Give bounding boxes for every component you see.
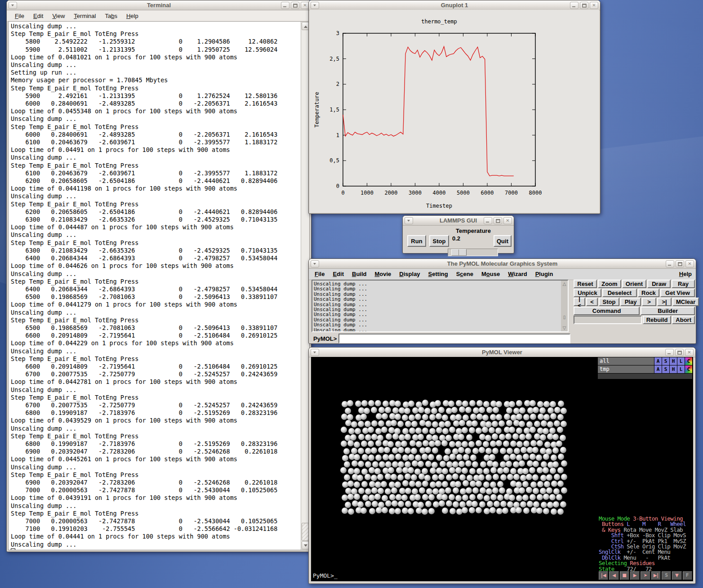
menu-help[interactable]: Help <box>122 11 143 21</box>
object-name[interactable]: tmp <box>598 365 654 373</box>
pymol-button-orient[interactable]: Orient <box>622 280 646 288</box>
vcr-btn-icon[interactable]: ■ <box>620 571 629 580</box>
pymol-button-ray[interactable]: Ray <box>672 280 695 288</box>
atom <box>348 428 355 434</box>
menu-edit[interactable]: Edit <box>29 11 48 21</box>
object-name[interactable]: all <box>598 357 654 365</box>
menu-movie[interactable]: Movie <box>370 269 395 280</box>
scrollbar-thumb[interactable]: ▯ <box>561 315 568 320</box>
object-c-button[interactable]: C <box>685 357 692 365</box>
gnuplot-titlebar[interactable]: Gnuplot 1 <box>309 0 600 10</box>
scroll-down-icon[interactable]: ▽ <box>561 325 568 330</box>
minimize-icon[interactable] <box>666 260 674 267</box>
pymol-titlebar[interactable]: The PyMOL Molecular Graphics System <box>309 259 696 269</box>
object-l-button[interactable]: L <box>677 365 685 373</box>
stop-button[interactable]: Stop <box>429 235 449 247</box>
atom <box>378 420 384 427</box>
scrollbar-thumb[interactable] <box>302 523 309 541</box>
temperature-slider[interactable] <box>448 249 498 256</box>
run-button[interactable]: Run <box>407 235 426 247</box>
menu-help[interactable]: Help <box>675 269 696 280</box>
pymol-button-btn[interactable]: > <box>642 298 656 306</box>
menu-mouse[interactable]: Mouse <box>477 269 504 280</box>
viewer-titlebar[interactable]: PyMOL Viewer <box>309 347 695 357</box>
terminal-titlebar[interactable]: Terminal <box>7 0 311 10</box>
lammps-gui-titlebar[interactable]: LAMMPS GUI <box>403 216 514 226</box>
pymol-button-deselect[interactable]: Deselect <box>602 289 637 297</box>
atom <box>522 481 529 487</box>
pymol-button-play[interactable]: Play <box>620 298 641 306</box>
menu-view[interactable]: View <box>48 11 69 21</box>
maximize-icon[interactable] <box>676 260 684 267</box>
object-c-button[interactable]: C <box>685 365 692 373</box>
menu-tabs[interactable]: Tabs <box>100 11 121 21</box>
object-h-button[interactable]: H <box>670 365 677 373</box>
pymol-button-builder[interactable]: Builder <box>641 307 695 315</box>
scroll-up-icon[interactable] <box>302 22 309 30</box>
pymol-button-rebuild[interactable]: Rebuild <box>643 316 672 324</box>
pymol-button-btn[interactable]: |< <box>574 298 585 306</box>
menu-wizard[interactable]: Wizard <box>504 269 531 280</box>
minimize-icon[interactable] <box>570 2 578 9</box>
molecule-3d-view[interactable] <box>311 357 599 581</box>
pymol-button-zoom[interactable]: Zoom <box>598 280 621 288</box>
minimize-icon[interactable] <box>484 217 492 224</box>
menu-terminal[interactable]: Terminal <box>69 11 100 21</box>
menu-file[interactable]: File <box>10 11 29 21</box>
vcr-f-icon[interactable]: F <box>683 571 692 580</box>
pymol-command-input[interactable] <box>338 334 570 343</box>
vcr-s-icon[interactable]: S <box>662 571 671 580</box>
pymol-button-abort[interactable]: Abort <box>672 316 695 324</box>
vcr-btn-icon[interactable]: ▶| <box>651 571 661 580</box>
maximize-icon[interactable] <box>675 349 684 356</box>
menu-file[interactable]: File <box>311 269 329 280</box>
atom <box>514 448 520 454</box>
menu-display[interactable]: Display <box>395 269 424 280</box>
object-s-button[interactable]: S <box>662 365 669 373</box>
pymol-button-stop[interactable]: Stop <box>599 298 619 306</box>
close-icon[interactable] <box>503 217 512 224</box>
quit-button[interactable]: Quit <box>494 235 512 247</box>
vcr-btn-icon[interactable]: |◀ <box>599 571 608 580</box>
maximize-icon[interactable] <box>291 2 299 9</box>
close-icon[interactable] <box>685 260 694 267</box>
object-s-button[interactable]: S <box>662 357 669 365</box>
atom <box>550 413 556 419</box>
vcr-btn-icon[interactable]: ▶ <box>630 571 640 580</box>
object-a-button[interactable]: A <box>654 365 662 373</box>
vcr-btn-icon[interactable]: ➤ <box>641 571 650 580</box>
pymol-button-btn[interactable]: < <box>586 298 598 306</box>
menu-edit[interactable]: Edit <box>329 269 348 280</box>
object-a-button[interactable]: A <box>654 357 662 365</box>
vcr-btn-icon[interactable]: ▼ <box>672 571 681 580</box>
minimize-icon[interactable] <box>665 349 674 356</box>
pymol-button-draw[interactable]: Draw <box>647 280 671 288</box>
object-h-button[interactable]: H <box>670 357 677 365</box>
close-icon[interactable] <box>685 349 694 356</box>
terminal-output[interactable]: Unscaling dump ...Step Temp E_pair E_mol… <box>11 22 299 550</box>
menu-scene[interactable]: Scene <box>452 269 477 280</box>
close-icon[interactable] <box>590 2 598 9</box>
pymol-button-mclear[interactable]: MClear <box>672 298 699 306</box>
scroll-up-icon[interactable]: △ <box>561 281 568 286</box>
pymol-button-command[interactable]: Command <box>574 307 640 315</box>
maximize-icon[interactable] <box>494 217 502 224</box>
atom <box>408 467 414 473</box>
viewer-prompt[interactable]: PyMOL>_ <box>313 572 338 579</box>
pymol-button-get-view[interactable]: Get View <box>660 289 695 297</box>
pymol-button-btn[interactable]: >| <box>657 298 672 306</box>
scroll-down-icon[interactable] <box>302 541 309 549</box>
menu-build[interactable]: Build <box>348 269 371 280</box>
slider-thumb[interactable] <box>451 249 467 256</box>
menu-plugin[interactable]: Plugin <box>531 269 557 280</box>
menu-setting[interactable]: Setting <box>424 269 452 280</box>
pymol-button-reset[interactable]: Reset <box>574 280 597 288</box>
pymol-output-text[interactable]: Unscaling dump ...Unscaling dump ...Unsc… <box>314 281 560 331</box>
pymol-output-scrollbar[interactable]: △ ▯ ▽ <box>561 281 568 331</box>
pymol-button-rock[interactable]: Rock <box>638 289 659 297</box>
maximize-icon[interactable] <box>580 2 588 9</box>
object-l-button[interactable]: L <box>677 357 685 365</box>
atom <box>425 501 432 507</box>
minimize-icon[interactable] <box>281 2 289 9</box>
vcr-btn-icon[interactable]: ◀ <box>609 571 618 580</box>
